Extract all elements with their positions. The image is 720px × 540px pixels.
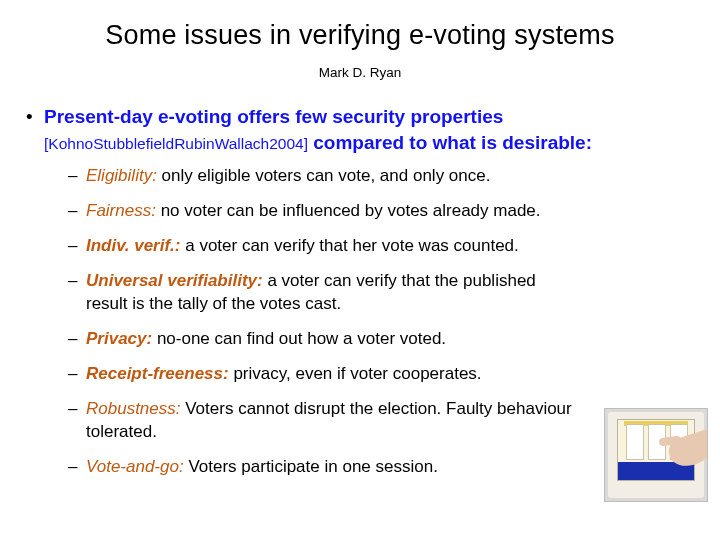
list-item: Eligibility: only eligible voters can vo… [68,165,580,188]
term: Indiv. verif.: [86,236,180,255]
list-item: Privacy: no-one can find out how a voter… [68,328,580,351]
term: Eligibility: [86,166,157,185]
list-item: Indiv. verif.: a voter can verify that h… [68,235,580,258]
citation: [KohnoStubblefieldRubinWallach2004] [44,135,308,152]
definition: no voter can be influenced by votes alre… [156,201,541,220]
main-point-lead: Present-day e-voting offers few security… [44,106,503,127]
term: Fairness: [86,201,156,220]
list-item: Universal verifiability: a voter can ver… [68,270,580,316]
list-item: Fairness: no voter can be influenced by … [68,200,580,223]
slide-author: Mark D. Ryan [0,65,720,80]
slide: Some issues in verifying e-voting system… [0,0,720,540]
list-item: Receipt-freeness: privacy, even if voter… [68,363,580,386]
main-point: Present-day e-voting offers few security… [24,104,700,155]
list-item: Vote-and-go: Voters participate in one s… [68,456,580,479]
list-item: Robustness: Voters cannot disrupt the el… [68,398,580,444]
term: Receipt-freeness: [86,364,229,383]
definition: no-one can find out how a voter voted. [152,329,446,348]
definition: privacy, even if voter cooperates. [229,364,482,383]
term: Robustness: [86,399,181,418]
definition: only eligible voters can vote, and only … [157,166,491,185]
term: Universal verifiability: [86,271,263,290]
definition: Voters participate in one session. [184,457,438,476]
definition: a voter can verify that her vote was cou… [180,236,518,255]
slide-title: Some issues in verifying e-voting system… [0,20,720,51]
voting-machine-photo [604,408,708,502]
properties-list: Eligibility: only eligible voters can vo… [24,165,700,478]
term: Vote-and-go: [86,457,184,476]
term: Privacy: [86,329,152,348]
main-point-trail: compared to what is desirable: [313,132,592,153]
